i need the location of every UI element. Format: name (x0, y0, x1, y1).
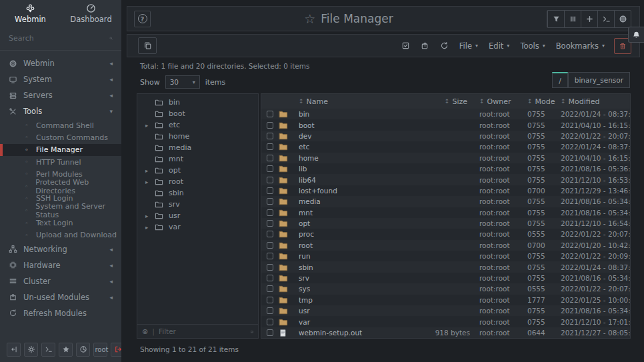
tree-item[interactable]: ▸ boot (137, 108, 258, 119)
sidebar-item-hardware[interactable]: Hardware ◂ (0, 257, 121, 273)
file-name[interactable]: srv (299, 274, 423, 282)
row-checkbox[interactable] (267, 155, 273, 161)
tree-item[interactable]: ▸ bin (137, 97, 258, 108)
row-checkbox[interactable] (267, 122, 273, 129)
page-size-select[interactable]: 30 ▾ (165, 75, 200, 89)
expand-arrow-icon[interactable]: ▸ (145, 122, 155, 129)
theme-toggle-button[interactable] (24, 343, 38, 357)
row-checkbox[interactable] (267, 165, 273, 172)
row-checkbox[interactable] (267, 242, 273, 249)
sidebar-item-system-server-status[interactable]: ◦ System and Server Status (0, 205, 121, 217)
file-name[interactable]: root (299, 241, 423, 249)
tree-item[interactable]: ▸ home (137, 131, 258, 142)
column-header-name[interactable]: ↕ Name (299, 97, 423, 106)
sidebar-item-protected-web-directories[interactable]: ◦ Protected Web Directories (0, 180, 121, 192)
tree-item[interactable]: ▸ mnt (137, 153, 258, 165)
sidebar-item-upload-download[interactable]: ◦ Upload and Download (0, 229, 121, 241)
folder-filter-icon[interactable] (251, 328, 253, 335)
row-checkbox[interactable] (267, 220, 273, 227)
file-name[interactable]: lib64 (299, 176, 423, 184)
sidebar-item-refresh-modules[interactable]: Refresh Modules ◂ (0, 305, 121, 321)
breadcrumb-binary-sensor[interactable]: binary_sensor (568, 72, 630, 88)
file-name[interactable]: tmp (299, 296, 423, 304)
table-row[interactable]: opt root:root 0755 2021/12/10 - 16:54:57 (261, 218, 630, 229)
tree-filter-input[interactable] (159, 327, 247, 335)
breadcrumb-root[interactable]: / (552, 72, 568, 88)
expand-arrow-icon[interactable]: ▸ (145, 167, 155, 174)
file-name[interactable]: dev (299, 132, 423, 140)
file-name[interactable]: var (299, 318, 423, 326)
add-button[interactable] (581, 11, 597, 27)
file-name[interactable]: mnt (299, 209, 423, 217)
column-header-owner[interactable]: ↕ Owner (479, 97, 527, 106)
tools-menu[interactable]: Tools ▾ (515, 37, 550, 54)
file-name[interactable]: run (299, 252, 423, 260)
row-checkbox[interactable] (267, 187, 273, 194)
sidebar-item-unused-modules[interactable]: Un-used Modules ◂ (0, 289, 121, 305)
tree-item[interactable]: ▸ media (137, 142, 258, 153)
file-name[interactable]: media (299, 197, 423, 205)
table-row[interactable]: srv root:root 0755 2021/08/16 - 05:34:12 (261, 273, 630, 283)
row-checkbox[interactable] (267, 133, 273, 139)
file-name[interactable]: home (299, 154, 423, 162)
row-checkbox[interactable] (267, 231, 273, 237)
tree-item[interactable]: ▸ var (137, 221, 258, 233)
row-checkbox[interactable] (267, 275, 273, 281)
file-name[interactable]: etc (299, 143, 423, 151)
sidebar-item-text-login[interactable]: ◦ Text Login (0, 217, 121, 229)
row-checkbox[interactable] (267, 177, 273, 183)
row-checkbox[interactable] (267, 264, 273, 271)
table-row[interactable]: boot root:root 0755 2021/04/10 - 16:15:0… (261, 119, 630, 130)
table-row[interactable]: proc root:root 0555 2022/01/22 - 20:07:4… (261, 229, 630, 239)
tree-item[interactable]: ▸ root (137, 176, 258, 187)
table-row[interactable]: etc root:root 0755 2022/01/24 - 08:37:42 (261, 141, 630, 152)
table-row[interactable]: mnt root:root 0755 2021/08/16 - 05:34:12 (261, 207, 630, 218)
table-row[interactable]: usr root:root 0755 2021/08/16 - 05:34:12 (261, 305, 630, 316)
file-name[interactable]: boot (299, 121, 423, 129)
table-row[interactable]: lib root:root 0755 2021/08/16 - 05:36:30 (261, 163, 630, 174)
stats-button[interactable] (76, 343, 90, 357)
table-row[interactable]: sbin root:root 0755 2022/01/24 - 08:37:3… (261, 261, 630, 272)
tab-webmin[interactable]: Webmin (0, 0, 61, 27)
table-row[interactable]: home root:root 0755 2021/04/10 - 16:15:0… (261, 153, 630, 163)
file-name[interactable]: usr (299, 307, 423, 315)
sidebar-item-cluster[interactable]: Cluster ◂ (0, 273, 121, 289)
sidebar-item-system[interactable]: System ◂ ▾ (0, 71, 121, 87)
tree-item[interactable]: ▸ sbin (137, 187, 258, 199)
file-name[interactable]: lib (299, 165, 423, 173)
row-checkbox[interactable] (267, 209, 273, 216)
tree-item[interactable]: ▸ srv (137, 199, 258, 210)
table-row[interactable]: sys root:root 0555 2022/01/22 - 20:07:40 (261, 283, 630, 294)
file-name[interactable]: webmin-setup.out (299, 329, 423, 337)
bookmarks-menu[interactable]: Bookmarks ▾ (551, 37, 610, 54)
row-checkbox[interactable] (267, 111, 273, 117)
help-button[interactable]: ? (134, 11, 151, 27)
settings-button[interactable] (614, 11, 631, 27)
terminal-button[interactable] (41, 343, 55, 357)
file-menu[interactable]: File ▾ (454, 37, 483, 54)
table-row[interactable]: tmp root:root 1777 2022/01/25 - 10:00:03 (261, 295, 630, 305)
row-checkbox[interactable] (267, 297, 273, 303)
sidebar-item-custom-commands[interactable]: ◦ Custom Commands (0, 131, 121, 143)
file-name[interactable]: proc (299, 230, 423, 238)
sidebar-item-webmin[interactable]: Webmin ◂ ▾ (0, 55, 121, 71)
tree-item[interactable]: ▸ opt (137, 165, 258, 176)
row-checkbox[interactable] (267, 307, 273, 314)
table-row[interactable]: run root:root 0755 2022/01/22 - 20:09:21 (261, 251, 630, 261)
filter-button[interactable] (547, 11, 564, 27)
row-checkbox[interactable] (267, 143, 273, 150)
column-header-size[interactable]: ↕ Size (423, 97, 479, 106)
collapse-sidebar-button[interactable] (7, 343, 21, 357)
copy-path-button[interactable] (138, 37, 157, 54)
sidebar-item-file-manager[interactable]: ◦ File Manager (0, 144, 121, 156)
sidebar-item-tools[interactable]: Tools ◂ ▾ (0, 103, 121, 119)
file-name[interactable]: sys (299, 285, 423, 293)
expand-arrow-icon[interactable]: ▸ (145, 224, 155, 231)
sidebar-item-http-tunnel[interactable]: ◦ HTTP Tunnel (0, 156, 121, 168)
row-checkbox[interactable] (267, 198, 273, 205)
table-row[interactable]: dev root:root 0755 2022/01/22 - 20:07:49 (261, 131, 630, 141)
clear-filter-icon[interactable]: ⊗ (142, 327, 148, 336)
select-all-button[interactable] (396, 37, 415, 54)
column-header-mode[interactable]: ↕ Mode (527, 97, 561, 106)
file-name[interactable]: lost+found (299, 187, 423, 195)
